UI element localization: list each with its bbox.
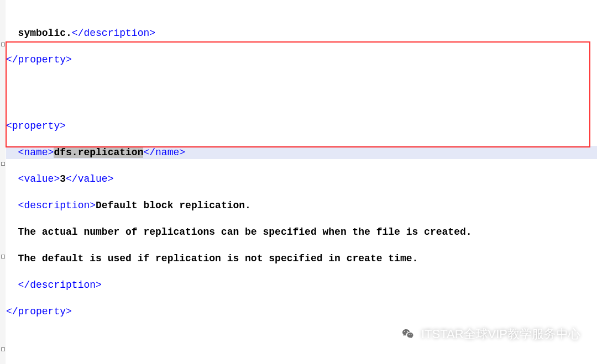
text-value: 3 [60,173,66,184]
code-line: The default is used if replication is no… [6,252,597,265]
fold-marker[interactable] [1,162,5,166]
tag-name-close: </name> [143,147,185,158]
tag-property-open: <property> [6,120,66,131]
code-line: <property> [6,119,597,133]
tag-property-close: </property> [6,306,72,317]
wechat-icon [400,326,416,342]
blank-line [6,80,597,93]
tag-name-open: <name> [18,147,54,158]
tag-desc-close: </description> [18,279,102,291]
tag-property-close: </property> [6,54,72,65]
fold-marker[interactable] [1,43,5,46]
tag-value-close: </value> [66,173,113,184]
text-desc: Default block replication. [96,200,251,211]
watermark-text: ITSTAR全球VIP教学服务中心 [421,328,580,341]
code-line: </description> [6,278,597,292]
code-line: <value>3</value> [6,172,597,186]
tag-desc-close: </description> [72,28,155,39]
code-line: symbolic.</description> [6,27,597,40]
text-desc: The default is used if replication is no… [6,253,418,264]
text-content: symbolic. [18,28,72,39]
watermark: ITSTAR全球VIP教学服务中心 [400,326,580,342]
code-line: </property> [6,305,597,318]
text-desc: The actual number of replications can be… [6,226,472,238]
tag-desc-open: <description> [18,200,96,211]
code-editor[interactable]: symbolic.</description> </property> <pro… [0,0,597,364]
code-line: </property> [6,53,597,66]
code-line-highlighted: <name>dfs.replication</name> [6,146,597,159]
fold-gutter [0,0,6,364]
code-line: <description>Default block replication. [6,199,597,212]
selected-text: dfs.replication [54,147,143,158]
tag-value-open: <value> [18,173,60,184]
fold-marker[interactable] [1,347,5,351]
fold-marker[interactable] [1,255,5,259]
code-line: The actual number of replications can be… [6,225,597,239]
